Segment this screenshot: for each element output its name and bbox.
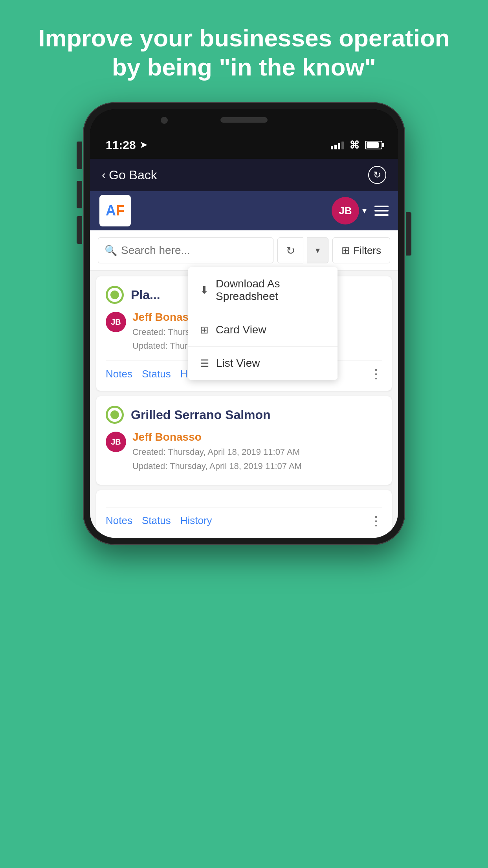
card-updated-2: Updated: Thursday, April 18, 2019 11:07 …: [132, 459, 302, 473]
wifi-icon: ⌘: [349, 139, 360, 151]
hamburger-menu-button[interactable]: [374, 206, 389, 216]
refresh-button[interactable]: ↻: [368, 166, 386, 184]
card-user-avatar-1: JB: [106, 312, 126, 332]
partial-card-footer: Notes Status History ⋮: [106, 508, 382, 528]
dropdown-item-download[interactable]: ⬇ Download As Spreadsheet: [188, 267, 338, 313]
radio-inner-1: [110, 291, 119, 299]
dropdown-item-card-view-label: Card View: [216, 324, 266, 336]
dropdown-caret-icon: ▾: [316, 245, 320, 256]
screen-content: 🔍 ↻ ▾ ⊞ Filters: [90, 230, 398, 538]
view-dropdown-button[interactable]: ▾: [307, 237, 328, 263]
card-radio-icon-1[interactable]: [106, 286, 124, 304]
signal-bars-icon: [331, 141, 344, 149]
dropdown-item-card-view[interactable]: ⊞ Card View: [188, 313, 338, 347]
signal-bar-1: [331, 146, 333, 149]
download-icon: ⬇: [200, 284, 209, 296]
partial-card-tabs: Notes Status History: [106, 515, 212, 527]
time-display: 11:28: [106, 138, 136, 152]
header-right: JB ▾: [332, 197, 389, 224]
ham-line-3: [374, 214, 389, 216]
phone-outer: 11:28 ➤ ⌘: [83, 102, 405, 545]
partial-card-more-button[interactable]: ⋮: [370, 513, 382, 528]
list-refresh-icon: ↻: [286, 244, 295, 257]
tab-notes-1[interactable]: Notes: [106, 368, 132, 380]
camera-dot: [161, 117, 168, 124]
card-title-2: Grilled Serrano Salmon: [131, 408, 271, 422]
phone-frame: 11:28 ➤ ⌘: [83, 102, 405, 545]
user-avatar: JB: [332, 197, 359, 224]
signal-bar-2: [334, 145, 337, 149]
ham-line-1: [374, 206, 389, 207]
search-input-wrapper: 🔍: [98, 237, 273, 263]
partial-tab-status[interactable]: Status: [142, 515, 171, 527]
card-radio-icon-2[interactable]: [106, 406, 124, 424]
partial-tab-notes[interactable]: Notes: [106, 515, 132, 527]
view-dropdown-menu: ⬇ Download As Spreadsheet ⊞ Card View ☰ …: [188, 267, 338, 380]
radio-inner-2: [110, 410, 119, 419]
ham-line-2: [374, 210, 389, 211]
battery-icon: [365, 141, 382, 149]
user-dropdown-arrow-icon: ▾: [362, 206, 367, 216]
page-headline: Improve your businesses operation by bei…: [0, 0, 488, 98]
list-item: Grilled Serrano Salmon JB Jeff Bonasso C…: [96, 396, 392, 484]
signal-bar-4: [341, 142, 344, 149]
back-button[interactable]: ‹ Go Back: [102, 168, 157, 182]
card-user-name-2: Jeff Bonasso: [132, 431, 302, 443]
status-right: ⌘: [331, 139, 382, 151]
top-nav-bar: ‹ Go Back ↻: [90, 159, 398, 191]
search-icon: 🔍: [105, 245, 117, 257]
app-logo: AF: [99, 195, 131, 226]
partial-tab-history[interactable]: History: [180, 515, 212, 527]
app-header: AF JB ▾: [90, 191, 398, 230]
card-more-button-1[interactable]: ⋮: [370, 366, 382, 381]
user-avatar-button[interactable]: JB ▾: [332, 197, 367, 224]
phone-top-cosmetics: [90, 109, 398, 131]
card-user-avatar-2: JB: [106, 432, 126, 452]
dropdown-item-download-label: Download As Spreadsheet: [216, 278, 326, 303]
phone-inner: 11:28 ➤ ⌘: [90, 109, 398, 538]
card-created-2: Created: Thursday, April 18, 2019 11:07 …: [132, 445, 302, 459]
card-view-icon: ⊞: [200, 324, 209, 336]
list-view-icon: ☰: [200, 357, 209, 370]
card-meta-2: JB Jeff Bonasso Created: Thursday, April…: [106, 431, 382, 473]
search-input[interactable]: [121, 244, 267, 257]
logo-a-letter: A: [106, 202, 116, 219]
list-refresh-button[interactable]: ↻: [277, 237, 303, 263]
card-header-2: Grilled Serrano Salmon: [106, 406, 382, 424]
card-title-1: Pla...: [131, 288, 160, 302]
back-label: Go Back: [109, 168, 157, 182]
signal-bar-3: [338, 143, 340, 149]
speaker-bar: [220, 117, 268, 123]
search-area: 🔍 ↻ ▾ ⊞ Filters: [90, 230, 398, 271]
status-bar: 11:28 ➤ ⌘: [90, 131, 398, 159]
filter-button[interactable]: ⊞ Filters: [332, 237, 390, 263]
dropdown-item-list-view[interactable]: ☰ List View: [188, 347, 338, 380]
filter-icon: ⊞: [341, 245, 350, 257]
refresh-icon: ↻: [373, 169, 381, 180]
direction-icon: ➤: [140, 140, 147, 150]
status-left: 11:28 ➤: [106, 138, 147, 152]
filter-label: Filters: [353, 245, 381, 257]
battery-fill: [367, 142, 379, 148]
tab-status-1[interactable]: Status: [142, 368, 171, 380]
back-arrow-icon: ‹: [102, 168, 106, 182]
dropdown-item-list-view-label: List View: [216, 357, 260, 370]
logo-f-letter: F: [116, 202, 125, 219]
partial-card: Notes Status History ⋮: [96, 490, 392, 538]
card-user-info-2: Jeff Bonasso Created: Thursday, April 18…: [132, 431, 302, 473]
